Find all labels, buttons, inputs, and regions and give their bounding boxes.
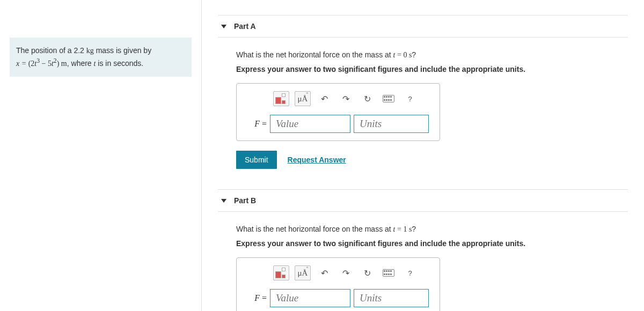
redo-button[interactable]: ↷ bbox=[338, 265, 354, 280]
help-icon: ? bbox=[408, 269, 412, 277]
undo-button[interactable]: ↶ bbox=[316, 265, 332, 280]
symbols-button[interactable]: μÅ° bbox=[295, 265, 311, 280]
reset-icon: ↻ bbox=[364, 94, 371, 104]
units-input[interactable] bbox=[354, 289, 429, 307]
problem-statement: The position of a 2.2 kg mass is given b… bbox=[10, 38, 192, 77]
template-button[interactable] bbox=[273, 91, 289, 106]
keyboard-button[interactable] bbox=[380, 265, 397, 280]
part-a-toolbar: μÅ° ↶ ↷ ↻ ? bbox=[273, 91, 431, 106]
units-input[interactable] bbox=[354, 115, 429, 133]
redo-button[interactable]: ↷ bbox=[338, 91, 354, 106]
part-a-title: Part A bbox=[234, 22, 256, 31]
undo-button[interactable]: ↶ bbox=[316, 91, 332, 106]
part-b-title: Part B bbox=[234, 196, 256, 205]
undo-icon: ↶ bbox=[321, 268, 328, 278]
part-b-toolbar: μÅ° ↶ ↷ ↻ ? bbox=[273, 265, 431, 280]
keyboard-button[interactable] bbox=[380, 91, 397, 106]
part-a: Part A What is the net horizontal force … bbox=[218, 15, 628, 174]
chevron-down-icon bbox=[221, 25, 226, 28]
part-a-header[interactable]: Part A bbox=[218, 15, 628, 38]
part-b-question: What is the net horizontal force on the … bbox=[236, 225, 625, 234]
help-button[interactable]: ? bbox=[402, 91, 418, 106]
undo-icon: ↶ bbox=[321, 94, 328, 104]
problem-text: The position of a 2.2 bbox=[16, 46, 86, 55]
redo-icon: ↷ bbox=[342, 268, 349, 278]
variable-label: F = bbox=[245, 119, 267, 129]
value-input[interactable] bbox=[270, 115, 350, 133]
part-b-header[interactable]: Part B bbox=[218, 189, 628, 212]
reset-button[interactable]: ↻ bbox=[359, 265, 375, 280]
answer-area: Part A What is the net horizontal force … bbox=[201, 0, 644, 311]
part-a-question: What is the net horizontal force on the … bbox=[236, 50, 625, 60]
unit-kg: kg bbox=[86, 47, 94, 55]
reset-button[interactable]: ↻ bbox=[359, 91, 375, 106]
part-b-instruction: Express your answer to two significant f… bbox=[236, 239, 625, 248]
value-input[interactable] bbox=[270, 289, 350, 307]
reset-icon: ↻ bbox=[364, 268, 371, 278]
chevron-down-icon bbox=[221, 199, 226, 203]
part-a-instruction: Express your answer to two significant f… bbox=[236, 65, 625, 73]
problem-text: mass is given by bbox=[94, 46, 151, 55]
part-b: Part B What is the net horizontal force … bbox=[218, 189, 628, 311]
symbols-button[interactable]: μÅ° bbox=[295, 91, 311, 106]
equation-lhs: x = bbox=[16, 60, 28, 68]
part-b-answer-box: μÅ° ↶ ↷ ↻ ? F = bbox=[236, 257, 440, 311]
request-answer-link[interactable]: Request Answer bbox=[288, 156, 346, 164]
help-icon: ? bbox=[408, 95, 412, 103]
part-a-answer-box: μÅ° ↶ ↷ ↻ ? F = bbox=[236, 83, 440, 141]
help-button[interactable]: ? bbox=[402, 265, 418, 280]
problem-sidebar: The position of a 2.2 kg mass is given b… bbox=[0, 0, 201, 311]
redo-icon: ↷ bbox=[342, 94, 349, 104]
keyboard-icon bbox=[383, 95, 394, 102]
template-button[interactable] bbox=[273, 265, 289, 280]
variable-label: F = bbox=[245, 293, 267, 303]
submit-button[interactable]: Submit bbox=[236, 151, 277, 169]
keyboard-icon bbox=[383, 269, 394, 277]
